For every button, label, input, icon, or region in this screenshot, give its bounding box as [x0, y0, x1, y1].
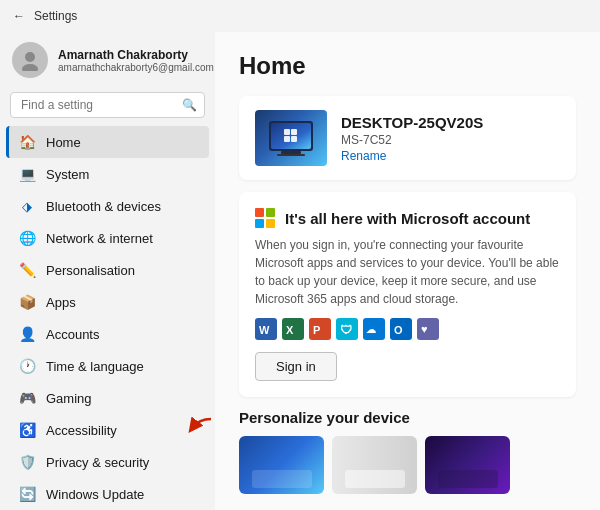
sidebar: Amarnath Chakraborty amarnathchakraborty… [0, 32, 215, 510]
svg-point-0 [25, 52, 35, 62]
ms-app-icons: W X P 🛡 ☁ O [255, 318, 560, 340]
nav-item-personalisation[interactable]: ✏️ Personalisation [6, 254, 209, 286]
device-card: DESKTOP-25QV20S MS-7C52 Rename [239, 96, 576, 180]
excel-icon: X [282, 318, 304, 340]
teams-icon: ♥ [417, 318, 439, 340]
nav-item-time[interactable]: 🕐 Time & language [6, 350, 209, 382]
svg-text:X: X [286, 324, 294, 336]
app-body: Amarnath Chakraborty amarnathchakraborty… [0, 32, 600, 510]
user-info: Amarnath Chakraborty amarnathchakraborty… [58, 48, 214, 73]
search-box: 🔍 [10, 92, 205, 118]
main-panel: Home [215, 32, 600, 510]
titlebar: ← Settings [0, 0, 600, 32]
ms-account-card: It's all here with Microsoft account Whe… [239, 192, 576, 397]
svg-text:P: P [313, 324, 320, 336]
nav-label-system: System [46, 167, 89, 182]
ms-logo [255, 208, 275, 228]
svg-rect-4 [271, 123, 311, 149]
nav-label-update: Windows Update [46, 487, 144, 502]
nav-item-privacy[interactable]: 🛡️ Privacy & security [6, 446, 209, 478]
nav-item-apps[interactable]: 📦 Apps [6, 286, 209, 318]
apps-icon: 📦 [18, 293, 36, 311]
nav-label-home: Home [46, 135, 81, 150]
defender-icon: 🛡 [336, 318, 358, 340]
svg-rect-9 [281, 151, 301, 154]
user-email: amarnathchakraborty6@gmail.com [58, 62, 214, 73]
nav-label-accessibility: Accessibility [46, 423, 117, 438]
nav-item-bluetooth[interactable]: ⬗ Bluetooth & devices [6, 190, 209, 222]
svg-text:🛡: 🛡 [340, 323, 352, 337]
search-input[interactable] [10, 92, 205, 118]
svg-text:☁: ☁ [366, 324, 376, 335]
personalisation-icon: ✏️ [18, 261, 36, 279]
user-profile[interactable]: Amarnath Chakraborty amarnathchakraborty… [0, 32, 215, 90]
sign-in-button[interactable]: Sign in [255, 352, 337, 381]
svg-point-1 [22, 64, 38, 71]
svg-rect-5 [284, 129, 290, 135]
network-icon: 🌐 [18, 229, 36, 247]
device-name: DESKTOP-25QV20S [341, 114, 483, 131]
powerpoint-icon: P [309, 318, 331, 340]
avatar [12, 42, 48, 78]
update-icon: 🔄 [18, 485, 36, 503]
wallpaper-thumb-2[interactable] [332, 436, 417, 494]
svg-rect-10 [277, 154, 305, 156]
device-info: DESKTOP-25QV20S MS-7C52 Rename [341, 114, 483, 163]
ms-card-desc: When you sign in, you're connecting your… [255, 236, 560, 308]
nav-label-network: Network & internet [46, 231, 153, 246]
device-model: MS-7C52 [341, 133, 483, 147]
nav-item-network[interactable]: 🌐 Network & internet [6, 222, 209, 254]
back-button[interactable]: ← [12, 9, 26, 23]
word-icon: W [255, 318, 277, 340]
time-icon: 🕐 [18, 357, 36, 375]
onedrive-icon: ☁ [363, 318, 385, 340]
arrow-annotation [185, 416, 213, 438]
device-image [267, 119, 315, 157]
personalise-section: Personalize your device [239, 409, 576, 494]
user-name: Amarnath Chakraborty [58, 48, 214, 62]
svg-rect-6 [291, 129, 297, 135]
nav-label-gaming: Gaming [46, 391, 92, 406]
rename-link[interactable]: Rename [341, 149, 483, 163]
device-thumbnail [255, 110, 327, 166]
ms-card-title: It's all here with Microsoft account [285, 210, 530, 227]
nav-item-system[interactable]: 💻 System [6, 158, 209, 190]
search-icon: 🔍 [182, 98, 197, 112]
svg-rect-7 [284, 136, 290, 142]
personalise-title: Personalize your device [239, 409, 576, 426]
nav-label-personalisation: Personalisation [46, 263, 135, 278]
nav-item-update[interactable]: 🔄 Windows Update [6, 478, 209, 510]
gaming-icon: 🎮 [18, 389, 36, 407]
system-icon: 💻 [18, 165, 36, 183]
svg-text:♥: ♥ [421, 323, 428, 335]
privacy-icon: 🛡️ [18, 453, 36, 471]
bluetooth-icon: ⬗ [18, 197, 36, 215]
wallpaper-thumb-1[interactable] [239, 436, 324, 494]
wallpaper-thumb-3[interactable] [425, 436, 510, 494]
nav-item-accounts[interactable]: 👤 Accounts [6, 318, 209, 350]
nav-label-privacy: Privacy & security [46, 455, 149, 470]
ms-card-header: It's all here with Microsoft account [255, 208, 560, 228]
nav-label-accounts: Accounts [46, 327, 99, 342]
titlebar-title: Settings [34, 9, 77, 23]
home-icon: 🏠 [18, 133, 36, 151]
nav-item-gaming[interactable]: 🎮 Gaming [6, 382, 209, 414]
svg-text:W: W [259, 324, 270, 336]
wallpaper-row [239, 436, 576, 494]
nav-label-apps: Apps [46, 295, 76, 310]
nav-item-home[interactable]: 🏠 Home [6, 126, 209, 158]
accounts-icon: 👤 [18, 325, 36, 343]
accessibility-icon: ♿ [18, 421, 36, 439]
svg-text:O: O [394, 324, 403, 336]
nav-label-time: Time & language [46, 359, 144, 374]
outlook-icon: O [390, 318, 412, 340]
svg-rect-8 [291, 136, 297, 142]
nav-item-accessibility[interactable]: ♿ Accessibility [6, 414, 209, 446]
page-title: Home [239, 52, 576, 80]
nav-label-bluetooth: Bluetooth & devices [46, 199, 161, 214]
